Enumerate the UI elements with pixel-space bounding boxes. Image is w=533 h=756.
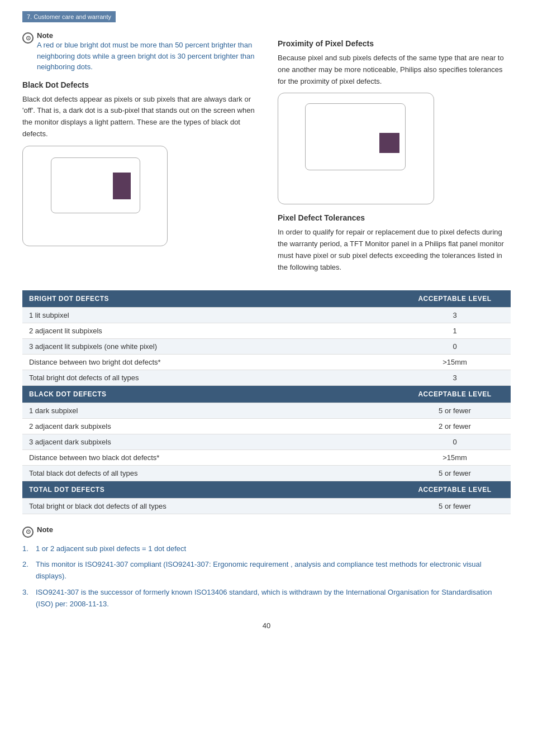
black-dot-body: Black dot defects appear as pixels or su… — [22, 94, 255, 140]
black-row-4-left: Distance between two black dot defects* — [22, 449, 399, 465]
total-dot-header-row: TOTAL DOT DEFECTS ACCEPTABLE LEVEL — [22, 481, 511, 498]
note-item-1-num: 1. — [22, 543, 28, 555]
note-list-item-1: 1. 1 or 2 adjacent sub pixel defects = 1… — [22, 543, 511, 555]
note-icon-bottom: ⊙ — [22, 527, 34, 538]
black-row-3: 3 adjacent dark subpixels 0 — [22, 434, 511, 449]
bright-row-5-left: Total bright dot defects of all types — [22, 370, 399, 385]
total-dot-header-right: ACCEPTABLE LEVEL — [399, 481, 511, 498]
black-row-3-left: 3 adjacent dark subpixels — [22, 434, 399, 449]
bright-row-1-right: 3 — [399, 307, 511, 323]
left-dark-rect — [113, 173, 131, 199]
black-row-1: 1 dark subpixel 5 or fewer — [22, 403, 511, 418]
note-top-block: ⊙ Note A red or blue bright dot must be … — [22, 31, 255, 73]
note-icon-top: ⊙ — [22, 32, 34, 44]
black-row-5: Total black dot defects of all types 5 o… — [22, 465, 511, 481]
note-item-1-text: 1 or 2 adjacent sub pixel defects = 1 do… — [36, 544, 186, 553]
black-row-2-right: 2 or fewer — [399, 418, 511, 434]
proximity-body: Because pixel and sub pixels defects of … — [278, 52, 511, 87]
black-row-2-left: 2 adjacent dark subpixels — [22, 418, 399, 434]
note-bottom-block: ⊙ Note — [22, 525, 511, 538]
note-item-2-text: This monitor is ISO9241-307 compliant (I… — [36, 560, 482, 580]
pixel-tolerances-body: In order to qualify for repair or replac… — [278, 227, 511, 273]
left-diagram-inner — [51, 157, 140, 213]
black-row-5-left: Total black dot defects of all types — [22, 465, 399, 481]
right-diagram-inner — [305, 103, 406, 170]
bright-dot-header-row: BRIGHT DOT DEFECTS ACCEPTABLE LEVEL — [22, 290, 511, 308]
defects-table: BRIGHT DOT DEFECTS ACCEPTABLE LEVEL 1 li… — [22, 290, 511, 514]
note-list-item-3: 3. ISO9241-307 is the successor of forme… — [22, 587, 511, 610]
left-column: ⊙ Note A red or blue bright dot must be … — [22, 31, 255, 279]
bright-row-2-left: 2 adjacent lit subpixels — [22, 323, 399, 338]
pixel-tolerances-heading: Pixel Defect Tolerances — [278, 213, 511, 222]
bright-row-4: Distance between two bright dot defects*… — [22, 354, 511, 370]
bright-row-4-right: >15mm — [399, 354, 511, 370]
page-number: 40 — [22, 621, 511, 630]
note-bottom-list: 1. 1 or 2 adjacent sub pixel defects = 1… — [22, 543, 511, 610]
note-item-2-num: 2. — [22, 559, 28, 571]
note-list-item-2: 2. This monitor is ISO9241-307 compliant… — [22, 559, 511, 582]
breadcrumb: 7. Customer care and warranty — [22, 11, 116, 22]
bright-row-2: 2 adjacent lit subpixels 1 — [22, 323, 511, 338]
bright-row-4-left: Distance between two bright dot defects* — [22, 354, 399, 370]
bright-row-3: 3 adjacent lit subpixels (one white pixe… — [22, 338, 511, 354]
page-wrapper: 7. Customer care and warranty ⊙ Note A r… — [0, 0, 533, 756]
black-row-1-right: 5 or fewer — [399, 403, 511, 418]
bright-row-5-right: 3 — [399, 370, 511, 385]
left-diagram-box — [22, 146, 168, 246]
total-row-1-left: Total bright or black dot defects of all… — [22, 498, 399, 514]
right-column: Proximity of Pixel Defects Because pixel… — [278, 31, 511, 279]
black-dot-header-left: BLACK DOT DEFECTS — [22, 385, 399, 403]
note-bottom-label: Note — [37, 525, 53, 534]
bright-row-1-left: 1 lit subpixel — [22, 307, 399, 323]
note-top-text: A red or blue bright dot must be more th… — [37, 41, 255, 71]
bright-row-5: Total bright dot defects of all types 3 — [22, 370, 511, 385]
bright-row-2-right: 1 — [399, 323, 511, 338]
black-row-5-right: 5 or fewer — [399, 465, 511, 481]
right-diagram-box — [278, 93, 434, 204]
note-top-content: Note A red or blue bright dot must be mo… — [37, 31, 255, 73]
total-dot-header-left: TOTAL DOT DEFECTS — [22, 481, 399, 498]
black-row-4: Distance between two black dot defects* … — [22, 449, 511, 465]
bright-row-3-left: 3 adjacent lit subpixels (one white pixe… — [22, 338, 399, 354]
black-dot-header-right: ACCEPTABLE LEVEL — [399, 385, 511, 403]
proximity-heading: Proximity of Pixel Defects — [278, 39, 511, 48]
black-row-2: 2 adjacent dark subpixels 2 or fewer — [22, 418, 511, 434]
bright-row-3-right: 0 — [399, 338, 511, 354]
total-row-1: Total bright or black dot defects of all… — [22, 498, 511, 514]
note-item-3-text: ISO9241-307 is the successor of formerly… — [36, 588, 492, 608]
total-row-1-right: 5 or fewer — [399, 498, 511, 514]
right-dark-rect — [379, 133, 399, 153]
note-top-label: Note — [37, 31, 53, 40]
black-dot-header-row: BLACK DOT DEFECTS ACCEPTABLE LEVEL — [22, 385, 511, 403]
bright-row-1: 1 lit subpixel 3 — [22, 307, 511, 323]
black-row-1-left: 1 dark subpixel — [22, 403, 399, 418]
two-column-layout: ⊙ Note A red or blue bright dot must be … — [22, 31, 511, 279]
bright-dot-header-left: BRIGHT DOT DEFECTS — [22, 290, 399, 308]
black-row-4-right: >15mm — [399, 449, 511, 465]
bright-dot-header-right: ACCEPTABLE LEVEL — [399, 290, 511, 308]
black-row-3-right: 0 — [399, 434, 511, 449]
note-item-3-num: 3. — [22, 587, 28, 599]
black-dot-heading: Black Dot Defects — [22, 80, 255, 89]
note-bottom-content: Note — [37, 525, 53, 534]
